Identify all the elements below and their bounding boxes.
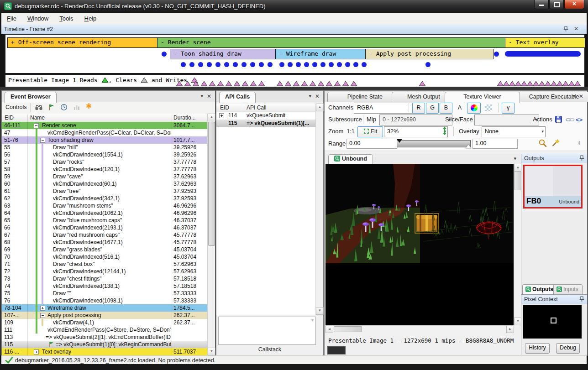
menu-file[interactable]: File bbox=[1, 13, 22, 24]
close-panel-icon[interactable]: ✕ bbox=[579, 93, 583, 99]
texture-horizontal-scrollbar[interactable]: ◄ ► bbox=[326, 325, 514, 333]
maximize-button[interactable] bbox=[549, 0, 564, 9]
menu-window[interactable]: Window bbox=[22, 13, 54, 24]
tab-outputs[interactable]: Outputs bbox=[522, 284, 557, 294]
event-row-58[interactable]: 58vkCmdDrawIndexed(120,1)37.77778 bbox=[2, 166, 207, 173]
debug-button[interactable]: Debug bbox=[556, 343, 580, 354]
menu-tools[interactable]: Tools bbox=[54, 13, 79, 24]
event-row-57[interactable]: 57Draw "rocks"37.77778 bbox=[2, 158, 207, 166]
tree-expander[interactable] bbox=[219, 113, 224, 118]
channel-A-button[interactable]: A bbox=[453, 103, 466, 114]
event-row-72[interactable]: 72vkCmdDrawIndexed(12144,1)57.62963 bbox=[2, 268, 207, 275]
texture-image[interactable] bbox=[326, 164, 514, 263]
event-row-60[interactable]: 60vkCmdDrawIndexed(60,1)37.62963 bbox=[2, 180, 207, 188]
tree-expander[interactable] bbox=[40, 306, 45, 311]
event-row-55[interactable]: 55Draw "hill"39.25926 bbox=[2, 144, 207, 151]
panel-menu-icon[interactable]: ▾ bbox=[309, 93, 311, 99]
tab-inputs[interactable]: Inputs bbox=[553, 284, 583, 294]
time-durations-icon[interactable] bbox=[60, 104, 68, 112]
gamma-button[interactable]: γ bbox=[502, 103, 514, 114]
event-row-71[interactable]: 71Draw "chest box"57.62963 bbox=[2, 261, 207, 268]
link-icon[interactable] bbox=[566, 116, 575, 125]
flip-y-icon[interactable] bbox=[441, 126, 448, 137]
panel-menu-icon[interactable]: ▾ bbox=[200, 93, 203, 99]
event-row-70[interactable]: 70vkCmdDrawIndexed(516,1)45.03704 bbox=[2, 253, 207, 261]
timeline-section[interactable]: - Toon shading draw bbox=[170, 49, 278, 59]
history-button[interactable]: History bbox=[525, 343, 550, 354]
event-browser-column-header[interactable]: EID Name Duratio... bbox=[2, 114, 207, 122]
close-panel-icon[interactable]: ✕ bbox=[207, 93, 211, 99]
event-row-69[interactable]: 69Draw "grass blades"45.03704 bbox=[2, 246, 207, 253]
texture-display[interactable] bbox=[326, 164, 514, 325]
tree-expander[interactable] bbox=[34, 349, 39, 354]
panel-menu-icon[interactable]: ▾ bbox=[572, 93, 575, 99]
close-button[interactable]: ✕ bbox=[564, 0, 584, 9]
timeline-section[interactable]: - Render scene bbox=[157, 37, 508, 48]
event-row-62[interactable]: 62vkCmdDrawIndexed(342,1)37.92593 bbox=[2, 195, 207, 202]
zoom-combo[interactable]: 32%▾ bbox=[384, 126, 448, 137]
api-calls-column-header[interactable]: EID API Call bbox=[216, 104, 315, 112]
event-row-109[interactable]: 109vkCmdDraw(4,1)262.37... bbox=[2, 319, 207, 326]
event-row-107-...[interactable]: 107-...Apply post processing262.37... bbox=[2, 312, 207, 319]
fb0-thumbnail[interactable]: FB0 Unbound bbox=[523, 165, 583, 208]
slice-face-combo[interactable]: ▾ bbox=[474, 115, 539, 125]
zoom-1-1-button[interactable]: 1:1 bbox=[344, 126, 357, 137]
range-expand-button[interactable]: ⇕ bbox=[575, 138, 584, 149]
tab-capture-executable[interactable]: Capture Executable bbox=[509, 92, 588, 102]
event-row-46-111[interactable]: 46-111Render scene3064.7... bbox=[2, 122, 207, 129]
event-browser-scrollbar[interactable]: ▲ ▼ bbox=[207, 114, 215, 355]
timeline-panel[interactable]: + Off-screen scene rendering- Render sce… bbox=[5, 34, 585, 74]
timeline-section[interactable]: - Apply post processing bbox=[365, 49, 493, 59]
event-row-73[interactable]: 73Draw "chest fittings"57.18518 bbox=[2, 275, 207, 282]
minimize-button[interactable] bbox=[534, 0, 549, 9]
save-texture-icon[interactable] bbox=[555, 115, 562, 125]
colorwheel-button[interactable] bbox=[467, 103, 481, 114]
event-row-113[interactable]: 113=> vkQueueSubmit(2)[1]: vkEndCommandB… bbox=[2, 334, 207, 341]
black-point-handle[interactable] bbox=[397, 139, 402, 143]
autofit-range-icon[interactable] bbox=[551, 139, 560, 149]
timeline-section[interactable]: - Text overlay bbox=[505, 37, 585, 48]
channel-G-button[interactable]: G bbox=[426, 103, 439, 114]
white-point-handle[interactable] bbox=[466, 145, 471, 148]
open-custom-shader-icon[interactable]: <> bbox=[576, 115, 583, 124]
event-row-78-104[interactable]: 78-104Wireframe draw1784.5... bbox=[2, 304, 207, 312]
api-row-115[interactable]: 115=> vkQueueSubmit(1)[... bbox=[216, 120, 315, 127]
event-row-68[interactable]: 68vkCmdDrawIndexed(1677,1)45.77778 bbox=[2, 239, 207, 246]
event-row-66[interactable]: 66vkCmdDrawIndexed(2193,1)46.37037 bbox=[2, 224, 207, 231]
event-row-59[interactable]: 59Draw "cave"37.62963 bbox=[2, 173, 207, 180]
pixel-context-view[interactable] bbox=[523, 305, 582, 339]
timeline-section[interactable]: + Off-screen scene rendering bbox=[7, 37, 161, 48]
event-row-61[interactable]: 61Draw "tree"37.92593 bbox=[2, 188, 207, 195]
api-calls-scrollbar[interactable]: ▲ ▼ bbox=[315, 104, 323, 315]
channel-B-button[interactable]: B bbox=[440, 103, 452, 114]
range-slider[interactable] bbox=[397, 140, 471, 147]
bookmark-icon[interactable]: ✱ bbox=[86, 103, 92, 110]
texture-tab-unbound[interactable]: Unbound bbox=[328, 154, 373, 164]
jump-to-eid-icon[interactable] bbox=[47, 104, 55, 112]
tab-event-browser[interactable]: Event Browser bbox=[5, 92, 57, 103]
event-row-76[interactable]: 76vkCmdDrawIndexed(1098,1)57.33333 bbox=[2, 297, 207, 304]
channel-R-button[interactable]: R bbox=[412, 103, 425, 114]
texture-tab-menu-icon[interactable]: ▾ bbox=[514, 156, 516, 162]
menu-help[interactable]: Help bbox=[79, 13, 102, 24]
event-row-47[interactable]: 47vkCmdBeginRenderPass(C=Clear, D=Clear,… bbox=[2, 129, 207, 136]
event-row-111[interactable]: 111vkCmdEndRenderPass(C=Store, D=Store, … bbox=[2, 326, 207, 334]
event-row-65[interactable]: 65Draw "blue mushroom caps"46.37037 bbox=[2, 217, 207, 224]
find-event-icon[interactable] bbox=[35, 104, 43, 112]
event-row-64[interactable]: 64vkCmdDrawIndexed(1062,1)46.96296 bbox=[2, 209, 207, 217]
zoom-range-icon[interactable] bbox=[538, 139, 547, 149]
tree-expander[interactable] bbox=[34, 123, 39, 128]
event-row-51-76[interactable]: 51-76Toon shading draw1017.7... bbox=[2, 136, 207, 144]
checkerboard-button[interactable] bbox=[482, 103, 495, 114]
channels-combo[interactable]: RGBA▾ bbox=[354, 103, 416, 114]
texture-vertical-scrollbar[interactable]: ▲ ▼ bbox=[514, 164, 521, 325]
pin-icon[interactable] bbox=[563, 26, 568, 33]
zoom-fit-button[interactable]: Fit bbox=[357, 126, 383, 137]
pin-icon[interactable] bbox=[579, 155, 584, 162]
close-panel-icon[interactable]: ✕ bbox=[574, 26, 578, 32]
tab-api-calls[interactable]: API Calls bbox=[219, 92, 256, 103]
mip-combo[interactable]: 0 - 1272x690▾ bbox=[379, 115, 452, 125]
event-row-63[interactable]: 63Draw "mushroom stems"46.96296 bbox=[2, 202, 207, 209]
api-row-114[interactable]: 114vkQueueSubmit bbox=[216, 112, 315, 119]
event-row-75[interactable]: 75Draw ""57.33333 bbox=[2, 290, 207, 297]
